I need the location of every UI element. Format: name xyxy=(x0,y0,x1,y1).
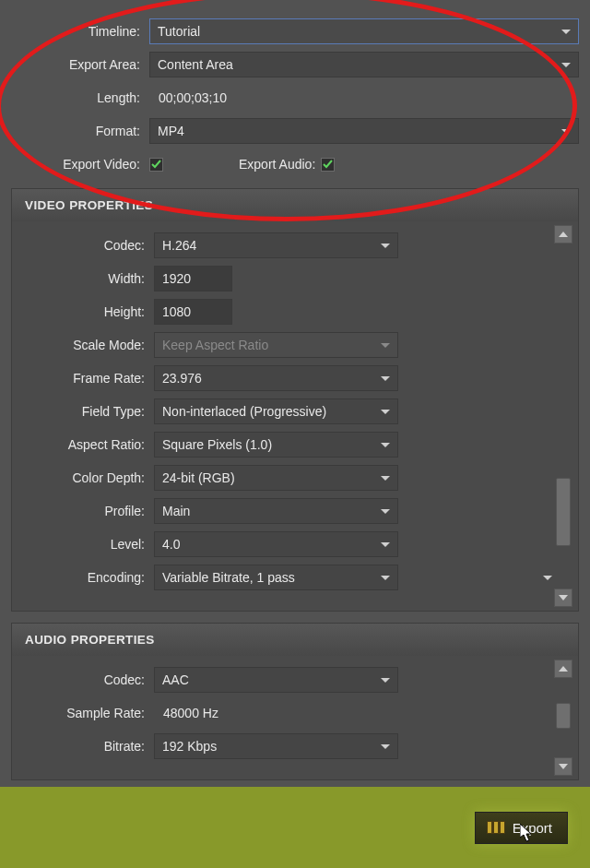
audio-codec-label: Codec: xyxy=(16,672,154,687)
chevron-down-icon xyxy=(381,443,390,447)
check-icon xyxy=(151,160,161,170)
video-width-value: 1920 xyxy=(162,271,191,286)
export-audio-label: Export Audio: xyxy=(239,157,321,172)
scroll-down-button[interactable] xyxy=(554,757,572,776)
export-video-checkbox[interactable] xyxy=(149,158,163,172)
scale-mode-value: Keep Aspect Ratio xyxy=(162,338,268,352)
chevron-up-icon xyxy=(559,232,568,237)
film-clapper-icon xyxy=(487,821,505,834)
color-depth-label: Color Depth: xyxy=(16,470,154,485)
length-label: Length: xyxy=(11,90,149,105)
chevron-down-icon xyxy=(381,376,390,381)
export-button[interactable]: Export xyxy=(475,812,568,844)
aspect-ratio-label: Aspect Ratio: xyxy=(16,437,154,452)
profile-value: Main xyxy=(162,504,190,518)
field-type-label: Field Type: xyxy=(16,404,154,419)
timeline-label: Timeline: xyxy=(11,24,149,39)
export-button-label: Export xyxy=(513,820,552,836)
video-codec-label: Codec: xyxy=(16,238,154,253)
scroll-down-button[interactable] xyxy=(554,589,572,607)
check-icon xyxy=(323,160,333,170)
chevron-down-icon xyxy=(381,343,390,348)
export-area-label: Export Area: xyxy=(11,57,149,72)
video-height-value: 1080 xyxy=(162,304,191,319)
profile-select[interactable]: Main xyxy=(154,498,398,524)
encoding-select[interactable]: Variable Bitrate, 1 pass xyxy=(154,565,398,590)
encoding-value: Variable Bitrate, 1 pass xyxy=(162,570,295,585)
chevron-down-icon xyxy=(543,576,552,580)
video-scrollbar[interactable] xyxy=(554,245,572,587)
video-codec-value: H.264 xyxy=(162,238,196,253)
frame-rate-select[interactable]: 23.976 xyxy=(154,365,398,391)
bitrate-value: 192 Kbps xyxy=(162,739,217,754)
aspect-ratio-value: Square Pixels (1.0) xyxy=(162,437,272,452)
chevron-down-icon xyxy=(561,63,571,67)
chevron-down-icon xyxy=(381,744,390,749)
footer-bar: Export xyxy=(0,787,590,868)
chevron-down-icon xyxy=(561,30,571,34)
format-select[interactable]: MP4 xyxy=(149,118,579,144)
video-height-label: Height: xyxy=(16,304,154,319)
format-value: MP4 xyxy=(158,124,184,138)
chevron-down-icon xyxy=(381,542,390,547)
video-scrollbar-thumb[interactable] xyxy=(556,478,571,546)
video-properties-panel: VIDEO PROPERTIES Codec: H.264 Width: 192… xyxy=(11,188,579,612)
timeline-select[interactable]: Tutorial xyxy=(149,18,579,44)
chevron-down-icon xyxy=(381,678,390,683)
audio-codec-select[interactable]: AAC xyxy=(154,667,398,693)
scroll-up-button[interactable] xyxy=(554,225,572,244)
video-properties-header: VIDEO PROPERTIES xyxy=(12,189,578,221)
encoding-label: Encoding: xyxy=(16,570,154,585)
chevron-down-icon xyxy=(381,244,390,248)
aspect-ratio-select[interactable]: Square Pixels (1.0) xyxy=(154,432,398,458)
level-select[interactable]: 4.0 xyxy=(154,531,398,557)
video-codec-select[interactable]: H.264 xyxy=(154,232,398,258)
field-type-select[interactable]: Non-interlaced (Progressive) xyxy=(154,398,398,424)
field-type-value: Non-interlaced (Progressive) xyxy=(162,404,326,419)
chevron-down-icon xyxy=(381,509,390,514)
chevron-down-icon xyxy=(559,764,568,769)
color-depth-select[interactable]: 24-bit (RGB) xyxy=(154,465,398,491)
video-height-input[interactable]: 1080 xyxy=(154,299,232,325)
chevron-down-icon xyxy=(381,476,390,481)
audio-properties-header: AUDIO PROPERTIES xyxy=(12,624,578,656)
length-value: 00;00;03;10 xyxy=(149,90,227,105)
chevron-down-icon xyxy=(559,595,568,600)
audio-scrollbar-thumb[interactable] xyxy=(556,703,571,730)
timeline-value: Tutorial xyxy=(158,24,200,39)
level-value: 4.0 xyxy=(162,537,180,552)
frame-rate-value: 23.976 xyxy=(162,371,202,386)
scroll-up-button[interactable] xyxy=(554,660,572,678)
chevron-down-icon xyxy=(381,410,390,414)
color-depth-value: 24-bit (RGB) xyxy=(162,470,235,485)
scale-mode-label: Scale Mode: xyxy=(16,338,154,352)
scale-mode-select: Keep Aspect Ratio xyxy=(154,332,398,358)
export-audio-checkbox[interactable] xyxy=(321,158,335,172)
video-width-label: Width: xyxy=(16,271,154,286)
bitrate-label: Bitrate: xyxy=(16,739,154,754)
frame-rate-label: Frame Rate: xyxy=(16,371,154,386)
video-width-input[interactable]: 1920 xyxy=(154,266,232,291)
export-area-value: Content Area xyxy=(158,57,233,72)
sample-rate-label: Sample Rate: xyxy=(16,706,154,720)
profile-label: Profile: xyxy=(16,504,154,518)
export-video-label: Export Video: xyxy=(11,157,149,172)
audio-scrollbar[interactable] xyxy=(554,680,572,755)
chevron-down-icon xyxy=(381,576,390,580)
chevron-down-icon xyxy=(561,129,571,134)
format-label: Format: xyxy=(11,124,149,138)
audio-properties-panel: AUDIO PROPERTIES Codec: AAC Sample Rate:… xyxy=(11,623,579,780)
chevron-up-icon xyxy=(559,666,568,672)
sample-rate-value: 48000 Hz xyxy=(154,706,218,720)
bitrate-select[interactable]: 192 Kbps xyxy=(154,733,398,759)
export-area-select[interactable]: Content Area xyxy=(149,52,579,77)
audio-codec-value: AAC xyxy=(162,672,189,687)
level-label: Level: xyxy=(16,537,154,552)
